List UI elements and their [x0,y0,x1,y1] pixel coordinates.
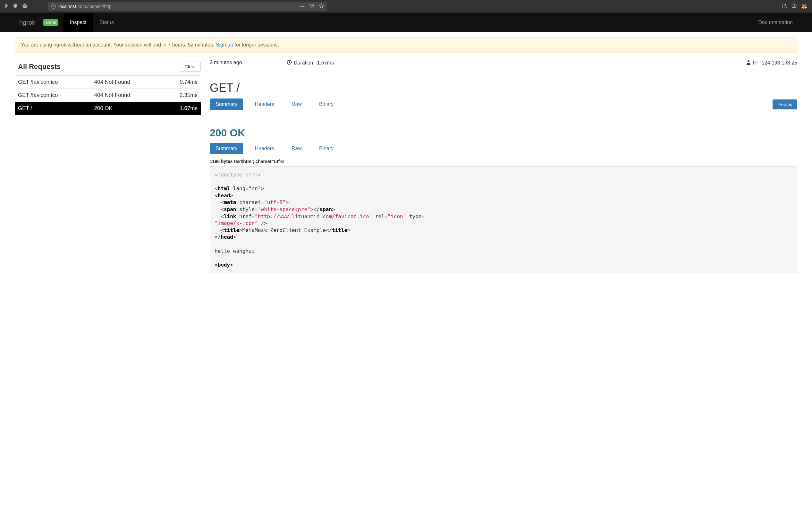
ip-label: IP [753,60,758,66]
star-icon[interactable] [319,3,324,9]
request-status: 404 Not Found [91,76,161,89]
duration-value: 1.67ms [317,60,333,66]
tab-headers[interactable]: Headers [249,99,280,110]
alert-text-suffix: for longer sessions. [233,42,279,47]
all-requests-title: All Requests [18,62,61,71]
user-icon [746,60,751,66]
tab-binary[interactable]: Binary [313,99,339,110]
library-icon[interactable] [782,3,787,9]
tab-binary[interactable]: Binary [313,143,339,154]
svg-point-2 [748,60,750,62]
request-age: 2 minutes ago [210,60,267,66]
requests-panel: All Requests Clear GET /favicon.ico404 N… [15,58,201,273]
brand: ngrok [19,13,35,32]
request-req: GET /favicon.ico [15,89,91,102]
request-time: 2.35ms [161,89,201,102]
response-body: <!doctype html> <html lang="en"> <head> … [210,167,797,273]
request-row[interactable]: GET /favicon.ico404 Not Found0.74ms [15,76,201,89]
nav-tab-status[interactable]: Status [93,13,120,32]
home-icon[interactable] [22,3,28,10]
alert-text: You are using ngrok without an account. … [21,42,216,47]
request-req: GET /favicon.ico [15,76,91,89]
tab-raw[interactable]: Raw [286,99,308,110]
clear-button[interactable]: Clear [180,61,201,71]
forward-icon[interactable] [4,3,9,9]
firefox-icon[interactable]: 🦊 [801,3,808,9]
detail-panel: 2 minutes ago Duration 1.67ms IP 124.193… [210,58,797,273]
url-text: localhost:4040/inspect/http [58,4,111,9]
browser-chrome: i localhost:4040/inspect/http ••• 🦊 [0,0,812,13]
request-status: 404 Not Found [91,89,161,102]
info-icon[interactable]: i [51,4,56,9]
page-body: You are using ngrok without an account. … [0,32,812,273]
response-bytes: 1196 bytes text/html; charset=utf-8 [210,159,797,164]
requests-table: GET /favicon.ico404 Not Found0.74msGET /… [15,75,201,115]
browser-nav-icons [4,3,28,10]
ip-value: 124.193.193.25 [762,60,797,66]
app-navbar: ngrok online InspectStatus Documentation [0,13,812,32]
detail-meta: 2 minutes ago Duration 1.67ms IP 124.193… [210,58,797,72]
request-status: 200 OK [91,102,161,115]
nav-tab-inspect[interactable]: Inspect [63,13,93,32]
tab-headers[interactable]: Headers [249,143,280,154]
request-tabs: SummaryHeadersRawBinary Replay [210,99,797,110]
url-bar[interactable]: i localhost:4040/inspect/http ••• [48,2,327,11]
response-tabs: SummaryHeadersRawBinary [210,143,797,154]
tab-raw[interactable]: Raw [286,143,308,154]
tab-summary[interactable]: Summary [210,143,243,154]
sidebar-icon[interactable] [792,3,797,9]
documentation-link[interactable]: Documentation [739,13,812,32]
replay-button[interactable]: Replay [773,100,797,110]
signup-link[interactable]: Sign up [216,42,233,47]
clock-icon [287,60,292,66]
more-icon[interactable]: ••• [300,4,305,9]
request-req: GET / [15,102,91,115]
tab-summary[interactable]: Summary [210,99,243,110]
request-time: 1.67ms [161,102,201,115]
request-line: GET / [210,81,797,95]
pocket-icon[interactable] [309,3,314,9]
svg-rect-0 [792,4,796,8]
request-row[interactable]: GET /200 OK1.67ms [15,102,201,115]
request-time: 0.74ms [161,76,201,89]
request-row[interactable]: GET /favicon.ico404 Not Found2.35ms [15,89,201,102]
reload-icon[interactable] [13,3,18,9]
online-badge: online [43,19,58,26]
response-status: 200 OK [210,127,797,139]
session-alert: You are using ngrok without an account. … [15,37,797,53]
nav-tabs: InspectStatus [63,13,120,32]
duration-label: Duration [294,60,313,66]
